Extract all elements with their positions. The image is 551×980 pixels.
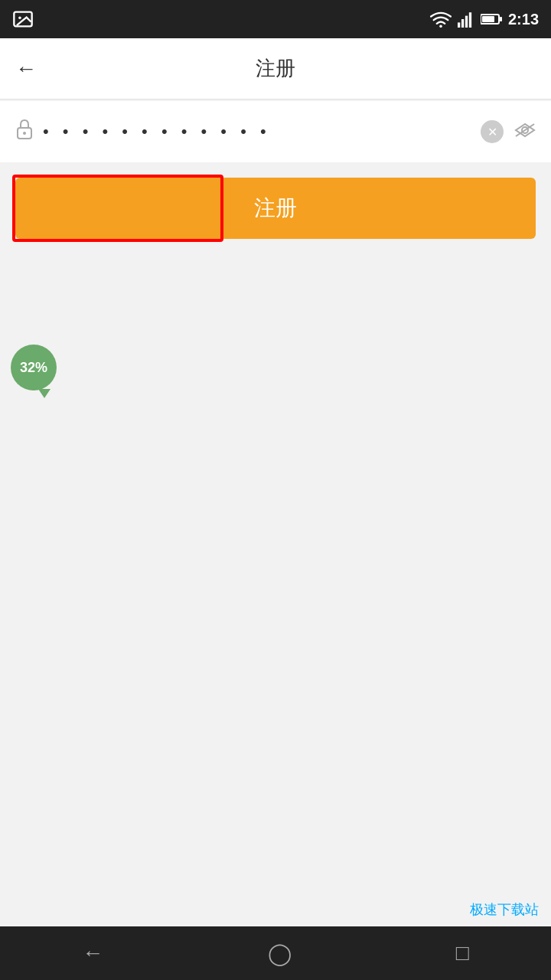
svg-rect-6	[469, 12, 471, 28]
status-bar-left	[12, 8, 34, 30]
percent-badge: 32%	[11, 345, 57, 390]
content-area: • • • • • • • • • • • • ✕ 注册	[0, 101, 551, 239]
nav-back-button[interactable]: ←	[82, 941, 103, 965]
status-time: 2:13	[508, 11, 539, 28]
back-button[interactable]: ←	[15, 58, 37, 80]
status-bar-right: 2:13	[430, 11, 539, 28]
svg-rect-5	[465, 16, 468, 28]
nav-recent-button[interactable]: □	[456, 941, 469, 965]
signal-icon	[458, 11, 474, 28]
svg-rect-4	[461, 19, 464, 28]
battery-icon	[481, 13, 502, 25]
svg-point-1	[18, 17, 21, 20]
svg-rect-9	[500, 17, 502, 21]
eye-icon[interactable]	[514, 121, 536, 142]
svg-point-2	[439, 25, 442, 28]
bottom-nav: ← ◯ □	[0, 926, 551, 980]
percent-label: 32%	[20, 360, 47, 376]
nav-home-button[interactable]: ◯	[268, 941, 292, 966]
photo-icon	[12, 8, 34, 30]
password-field-row: • • • • • • • • • • • • ✕	[0, 101, 551, 162]
status-bar: 2:13	[0, 0, 551, 38]
svg-rect-3	[458, 22, 460, 28]
password-dots: • • • • • • • • • • • •	[43, 122, 471, 142]
register-section: 注册	[0, 162, 551, 239]
field-action-icons: ✕	[481, 120, 536, 143]
toolbar: ← 注册	[0, 38, 551, 100]
register-button[interactable]: 注册	[15, 178, 536, 239]
svg-rect-8	[482, 16, 494, 22]
clear-icon[interactable]: ✕	[481, 120, 504, 143]
svg-line-13	[516, 124, 534, 136]
register-button-label: 注册	[254, 196, 297, 220]
lock-icon	[15, 119, 34, 145]
page-title: 注册	[256, 55, 295, 82]
svg-point-11	[23, 132, 26, 135]
watermark: 极速下载站	[470, 900, 539, 919]
wifi-icon	[430, 11, 452, 28]
